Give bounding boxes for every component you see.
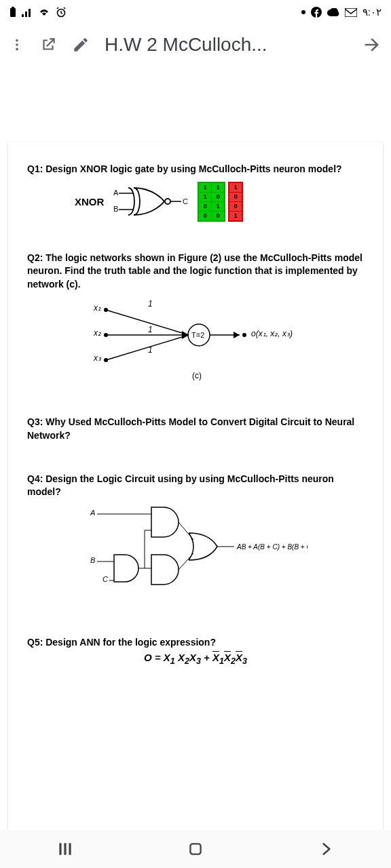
svg-text:C: C bbox=[103, 575, 108, 583]
facebook-icon bbox=[311, 7, 322, 18]
input-b-label: B bbox=[113, 205, 118, 213]
svg-rect-46 bbox=[59, 843, 61, 854]
q4-circuit: A B C bbox=[83, 505, 308, 606]
home-button[interactable] bbox=[187, 840, 204, 858]
truth-table: 11100100 1001 bbox=[198, 182, 243, 222]
clock-text: ٩:٠٢ bbox=[362, 6, 381, 18]
svg-line-21 bbox=[106, 335, 189, 360]
more-vert-icon[interactable] bbox=[10, 37, 24, 52]
q3-text: Q3: Why Used McCulloch-Pitts Model to Co… bbox=[27, 416, 364, 442]
wifi-icon bbox=[38, 7, 50, 17]
svg-rect-47 bbox=[64, 843, 66, 854]
q5-text: Q5: Design ANN for the logic expression? bbox=[27, 636, 364, 650]
svg-text:A: A bbox=[90, 509, 95, 517]
svg-rect-49 bbox=[190, 844, 200, 854]
svg-rect-0 bbox=[10, 8, 16, 17]
open-external-icon[interactable] bbox=[39, 36, 57, 54]
document-title[interactable]: H.W 2 McCulloch... bbox=[105, 34, 348, 56]
q5-expression: O = X1 X2X3 + X1X2X3 bbox=[27, 652, 364, 666]
svg-point-27 bbox=[242, 333, 246, 337]
q1-text: Q1: Design XNOR logic gate by using McCu… bbox=[27, 163, 364, 176]
svg-text:B: B bbox=[90, 556, 95, 564]
back-button[interactable] bbox=[317, 840, 335, 858]
svg-rect-48 bbox=[69, 843, 71, 854]
svg-line-35 bbox=[109, 575, 114, 580]
cloud-icon bbox=[327, 8, 339, 16]
input-a-label: A bbox=[113, 189, 119, 197]
svg-point-14 bbox=[165, 199, 170, 204]
svg-point-11 bbox=[16, 48, 18, 51]
svg-rect-2 bbox=[22, 14, 24, 17]
q4-text: Q4: Design the Logic Circuit using by us… bbox=[27, 473, 364, 499]
svg-line-19 bbox=[106, 310, 189, 335]
svg-point-6 bbox=[301, 10, 305, 14]
document-page[interactable]: Q1: Design XNOR logic gate by using McCu… bbox=[8, 142, 383, 834]
svg-rect-3 bbox=[25, 12, 27, 17]
signal-icon bbox=[22, 7, 33, 17]
output-c-label: C bbox=[183, 197, 188, 205]
xnor-diagram: XNOR A B C 11100100 bbox=[75, 182, 364, 222]
xnor-label: XNOR bbox=[75, 196, 104, 208]
forward-arrow-icon[interactable] bbox=[362, 35, 381, 54]
recents-button[interactable] bbox=[56, 840, 74, 858]
svg-point-10 bbox=[16, 43, 18, 46]
svg-text:AB + A(B + C) + B(B + C): AB + A(B + C) + B(B + C) bbox=[236, 543, 308, 551]
svg-marker-26 bbox=[234, 332, 240, 338]
svg-rect-1 bbox=[12, 7, 14, 8]
gmail-icon bbox=[345, 8, 357, 17]
svg-point-9 bbox=[16, 39, 18, 42]
dot-icon bbox=[301, 10, 305, 14]
q2-network: T=2 x₁ x₂ x₃ 1 1 1 o(x₁, x₂, x₃) (c) bbox=[94, 298, 297, 386]
svg-text:T=2: T=2 bbox=[191, 331, 204, 339]
svg-rect-4 bbox=[29, 9, 31, 17]
alarm-icon bbox=[56, 7, 67, 18]
battery-icon bbox=[10, 7, 16, 18]
svg-rect-8 bbox=[345, 8, 357, 17]
edit-icon[interactable] bbox=[72, 36, 90, 54]
q2-text: Q2: The logic networks shown in Figure (… bbox=[27, 252, 364, 292]
